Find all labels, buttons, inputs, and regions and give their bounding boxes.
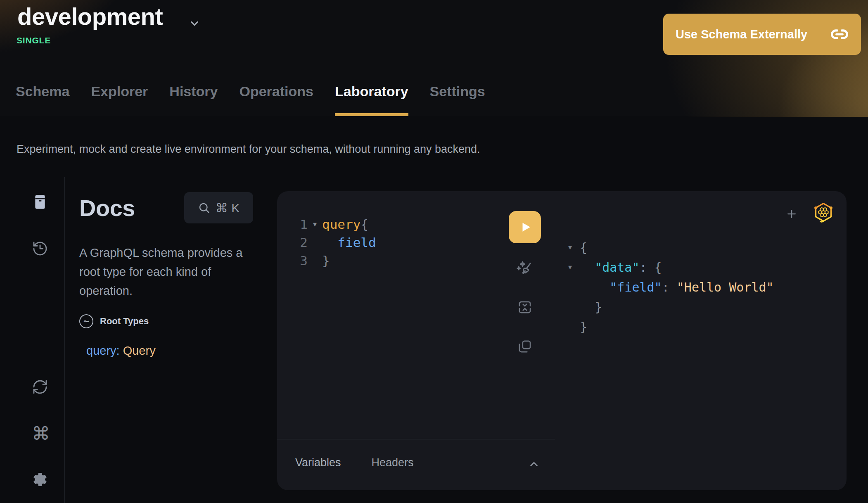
use-schema-externally-label: Use Schema Externally <box>676 28 807 41</box>
query-editor[interactable]: 1▼query{2 field3} <box>294 215 376 270</box>
search-icon <box>198 202 210 214</box>
link-icon <box>830 25 849 43</box>
root-type-query-link[interactable]: query: Query <box>86 344 156 358</box>
command-palette-icon[interactable]: ⌘ <box>32 425 48 442</box>
line-number: 2 <box>294 235 308 250</box>
copy-query-icon[interactable] <box>516 338 534 355</box>
response-line: } <box>568 317 774 337</box>
response-line: ▼ "data": { <box>568 257 774 277</box>
laboratory-page: development SINGLE Use Schema Externally… <box>0 0 868 503</box>
side-rail: ⌘ <box>0 177 65 503</box>
add-tab-icon[interactable] <box>785 208 798 220</box>
response-line: "field": "Hello World" <box>568 277 774 297</box>
root-type-field-name: query <box>86 344 116 357</box>
tab-bar: Schema Explorer History Operations Labor… <box>16 83 485 117</box>
merge-fragments-icon[interactable] <box>516 299 534 316</box>
editor-line: 3} <box>294 252 376 270</box>
code-line: "field": "Hello World" <box>580 280 774 294</box>
settings-gear-icon[interactable] <box>32 471 48 488</box>
docs-search-button[interactable]: ⌘ K <box>184 192 253 223</box>
response-line: ▼{ <box>568 237 774 257</box>
code-line: query{ <box>322 217 368 232</box>
root-types-label: Root Types <box>100 316 149 327</box>
response-line: } <box>568 297 774 317</box>
tab-explorer[interactable]: Explorer <box>91 83 148 117</box>
root-type-separator: : <box>116 344 123 357</box>
headers-tab[interactable]: Headers <box>372 456 414 469</box>
page-header: development SINGLE Use Schema Externally… <box>0 0 868 117</box>
docs-heading: Docs <box>79 195 135 221</box>
fold-arrow-icon[interactable]: ▼ <box>568 263 580 271</box>
laboratory-workspace: ⌘ Docs ⌘ K A GraphQL schema provides a r… <box>0 177 868 503</box>
fold-arrow-icon[interactable]: ▼ <box>308 221 322 228</box>
docs-book-icon[interactable] <box>32 194 48 210</box>
editor-tools-bar: Variables Headers <box>295 456 414 469</box>
graphiql-panel: 1▼query{2 field3} ▼{▼ "data": { "field":… <box>277 191 847 490</box>
docs-description: A GraphQL schema provides a root type fo… <box>79 243 257 300</box>
code-line: "data": { <box>580 260 662 275</box>
tab-history[interactable]: History <box>169 83 218 117</box>
root-type-type-name: Query <box>123 344 156 357</box>
code-line: } <box>322 253 330 268</box>
target-title: development <box>17 2 163 30</box>
tab-schema[interactable]: Schema <box>16 83 69 117</box>
code-line: { <box>580 240 587 255</box>
hive-logo-icon[interactable] <box>812 201 835 223</box>
chevron-down-icon[interactable] <box>188 17 201 30</box>
chevron-up-icon[interactable] <box>528 458 540 470</box>
root-types-icon: ~ <box>79 314 93 328</box>
line-number: 1 <box>294 217 308 232</box>
code-line: field <box>322 235 376 250</box>
root-types-section: ~ Root Types <box>79 314 149 328</box>
tab-settings[interactable]: Settings <box>430 83 485 117</box>
page-subtitle: Experiment, mock and create live environ… <box>17 143 480 156</box>
code-line: } <box>580 300 602 314</box>
status-badge: SINGLE <box>17 36 51 45</box>
tab-laboratory[interactable]: Laboratory <box>335 83 408 117</box>
execute-query-button[interactable] <box>509 211 541 243</box>
fold-arrow-icon[interactable]: ▼ <box>568 244 580 251</box>
line-number: 3 <box>294 253 308 268</box>
play-icon <box>519 220 533 234</box>
history-icon[interactable] <box>32 240 48 257</box>
variables-tab[interactable]: Variables <box>295 456 341 469</box>
tab-operations[interactable]: Operations <box>240 83 313 117</box>
prettify-icon[interactable] <box>514 256 534 276</box>
editor-tools-divider <box>277 439 555 439</box>
editor-line: 1▼query{ <box>294 215 376 233</box>
code-line: } <box>580 320 587 334</box>
refresh-icon[interactable] <box>32 379 48 395</box>
editor-line: 2 field <box>294 233 376 252</box>
response-viewer: ▼{▼ "data": { "field": "Hello World" }} <box>568 237 774 337</box>
search-shortcut: ⌘ K <box>216 201 240 215</box>
use-schema-externally-button[interactable]: Use Schema Externally <box>663 14 861 55</box>
